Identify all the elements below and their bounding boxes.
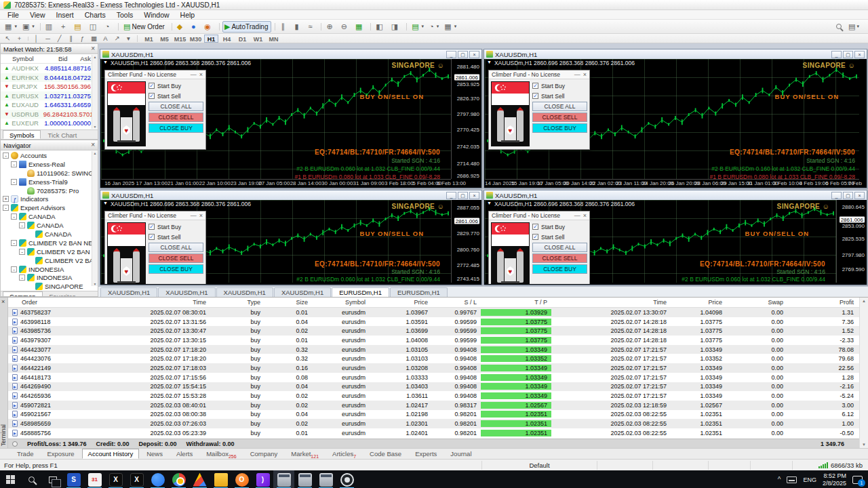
minimize-icon[interactable]: _ (446, 51, 456, 58)
market-watch-row[interactable]: EUXAUD 1.64633 1.64659 (1, 100, 98, 110)
market-watch-row[interactable]: EUXEUR 1.00000 1.00000 (1, 119, 98, 128)
minimize-icon[interactable]: — (574, 72, 580, 78)
touch-keyboard-icon[interactable] (787, 476, 797, 483)
taskbar-app-mt-terminal-2[interactable] (294, 470, 315, 488)
terminal-tab-code-base[interactable]: Code Base (363, 449, 408, 459)
chart-window-top-right[interactable]: XAUUSDm,H1 _ ▢ × ▼XAUUSDm,H1 2860.696 28… (484, 49, 867, 188)
start-sell-checkbox[interactable]: ✓Start Sell (532, 92, 587, 100)
close-buy-button[interactable]: CLOSE BUY (532, 264, 587, 274)
navigator-tree-item[interactable]: CANADA (1, 230, 98, 239)
terminal-scrollbar[interactable]: ▲▼ (859, 298, 868, 448)
candlestick-chart-button[interactable]: ▮ (292, 21, 304, 33)
minimize-icon[interactable]: _ (446, 192, 456, 199)
terminal-tab-trade[interactable]: Trade (11, 449, 39, 459)
market-watch-row[interactable]: USDRUB 96.2842 103.5701 (1, 110, 98, 119)
close-buy-button[interactable]: CLOSE BUY (532, 123, 587, 133)
horizontal-line-tool[interactable]: ─ (43, 35, 53, 43)
navigator-tree-item[interactable]: - INDONESIA (1, 265, 98, 274)
taskbar-app-capcut-2[interactable]: X (126, 470, 147, 488)
bar-chart-button[interactable]: ∥ (278, 21, 290, 33)
start-buy-checkbox[interactable]: ✓Start Buy (149, 222, 203, 231)
crosshair-tool[interactable]: + (14, 35, 24, 43)
new-order-button[interactable]: ▤ New Order (121, 21, 168, 33)
history-row[interactable]: 463998118 2025.02.07 13:31:56 buy 0.04 e… (8, 317, 859, 327)
chart-dropdown-icon[interactable]: ▼ (103, 60, 108, 66)
taskbar-app-capcut-1[interactable]: X (105, 470, 126, 488)
close-icon[interactable]: × (583, 72, 587, 78)
timeframe-m1[interactable]: M1 (142, 35, 156, 43)
language-indicator[interactable]: ENG (803, 476, 816, 483)
history-row[interactable]: 459072821 2025.02.03 08:40:01 buy 0.02 e… (8, 401, 859, 410)
history-row[interactable]: 463758237 2025.02.07 08:30:01 buy 0.01 e… (8, 308, 859, 317)
market-watch-row[interactable]: EURJPX 156.350 156.396 (1, 82, 98, 92)
history-row[interactable]: 459021567 2025.02.03 08:00:38 buy 0.04 e… (8, 410, 859, 420)
strategy-tester-toggle[interactable]: ◔ (102, 21, 115, 33)
taskbar-clock[interactable]: 8:52 PM 2/8/2025 (823, 472, 846, 487)
close-icon[interactable]: × (91, 45, 95, 52)
navigator-toggle[interactable]: ▤ (72, 21, 85, 33)
menu-item[interactable]: Charts (79, 11, 111, 19)
tree-expand-icon[interactable]: + (3, 196, 9, 202)
tab-tick-chart[interactable]: Tick Chart (41, 130, 83, 139)
chart-window-bottom-right[interactable]: XAUUSDm,H1 _ ▢ × ▼XAUUSDm,H1 2860.696 28… (484, 190, 867, 285)
tree-expand-icon[interactable]: - (11, 161, 17, 167)
chart-window-top-left[interactable]: XAUUSDm,H1 _ ▢ × ▼XAUUSDm,H1 2860.696 28… (100, 49, 482, 188)
minimize-icon[interactable]: — (574, 213, 580, 219)
timeframe-h4[interactable]: H4 (220, 35, 234, 43)
taskbar-app-mt-terminal-1[interactable] (273, 470, 294, 488)
close-all-button[interactable]: CLOSE ALL (532, 243, 587, 252)
chart-tab-1[interactable]: XAUUSDm,H1 (100, 287, 157, 297)
navigator-scrollbar[interactable]: ▲▼ (92, 151, 98, 286)
history-row[interactable]: 464269490 2025.02.07 15:54:15 buy 0.04 e… (8, 382, 859, 392)
restore-icon[interactable]: ▢ (458, 51, 468, 58)
timeframe-m30[interactable]: M30 (189, 35, 203, 43)
navigator-tree-item[interactable]: - Expert Advisors (1, 203, 98, 212)
tile-windows-button[interactable]: ▦ (353, 21, 367, 33)
navigator-tree-item[interactable]: - CLIMBER V2 BAN N (1, 247, 98, 256)
start-buy-checkbox[interactable]: ✓Start Buy (149, 81, 203, 90)
navigator-tree-item[interactable]: - INDONESIA (1, 273, 98, 282)
navigator-tree-item[interactable]: 70285375: Pro (1, 186, 98, 195)
column-stop-loss[interactable]: S / L (432, 299, 481, 306)
timeframe-w1[interactable]: W1 (251, 35, 265, 43)
close-all-button[interactable]: CLOSE ALL (532, 102, 587, 111)
taskbar-app-browser[interactable] (147, 470, 168, 488)
task-view-button[interactable] (42, 470, 63, 488)
column-swap[interactable]: Swap (726, 299, 787, 306)
terminal-tab-mailbox[interactable]: Mailbox256 (200, 449, 242, 459)
line-chart-button[interactable]: ≈ (305, 21, 317, 33)
start-sell-checkbox[interactable]: ✓Start Sell (149, 232, 203, 241)
close-all-button[interactable]: CLOSE ALL (149, 102, 203, 111)
equidistant-channel-tool[interactable]: ∥ (66, 35, 76, 43)
taskbar-app-blue-s[interactable]: S (63, 470, 84, 488)
navigator-tree-item[interactable]: - CANADA (1, 221, 98, 230)
period-dropdown[interactable]: ◔ ▾ (427, 21, 441, 33)
close-icon[interactable]: × (1, 298, 5, 305)
menu-item[interactable]: Help (175, 11, 201, 19)
add-indicator-dropdown[interactable]: ▤ ▾ (410, 21, 426, 33)
terminal-tab-market[interactable]: Market121 (285, 449, 325, 459)
chart-tab-4[interactable]: XAUUSDm,H1 (274, 287, 331, 297)
timeframe-h1[interactable]: H1 (204, 35, 218, 43)
tab-common[interactable]: Common (3, 291, 43, 297)
column-open-price[interactable]: Price (370, 299, 432, 306)
menu-item[interactable]: File (2, 11, 24, 19)
close-sell-button[interactable]: CLOSE SELL (532, 253, 587, 263)
close-icon[interactable]: × (854, 51, 865, 58)
close-icon[interactable]: × (583, 213, 587, 219)
tab-symbols[interactable]: Symbols (3, 130, 41, 139)
history-row[interactable]: 464422149 2025.02.07 17:18:03 buy 0.16 e… (8, 363, 859, 373)
taskbar-app-file-explorer[interactable] (210, 470, 231, 488)
close-all-button[interactable]: CLOSE ALL (149, 243, 203, 252)
tray-expand-icon[interactable]: ^ (778, 476, 781, 483)
terminal-tab-experts[interactable]: Experts (409, 449, 443, 459)
navigator-tree-item[interactable]: - CLIMBER V2 BAN NEW (1, 239, 98, 247)
close-sell-button[interactable]: CLOSE SELL (532, 113, 587, 122)
navigator-tree-item[interactable]: CLIMBER V2 BA (1, 256, 98, 265)
close-icon[interactable]: × (199, 72, 203, 78)
tree-expand-icon[interactable]: - (19, 222, 25, 228)
close-sell-button[interactable]: CLOSE SELL (149, 253, 203, 263)
start-buy-checkbox[interactable]: ✓Start Buy (532, 81, 587, 90)
start-buy-checkbox[interactable]: ✓Start Buy (532, 222, 587, 231)
timeframe-mn[interactable]: MN (267, 35, 281, 43)
